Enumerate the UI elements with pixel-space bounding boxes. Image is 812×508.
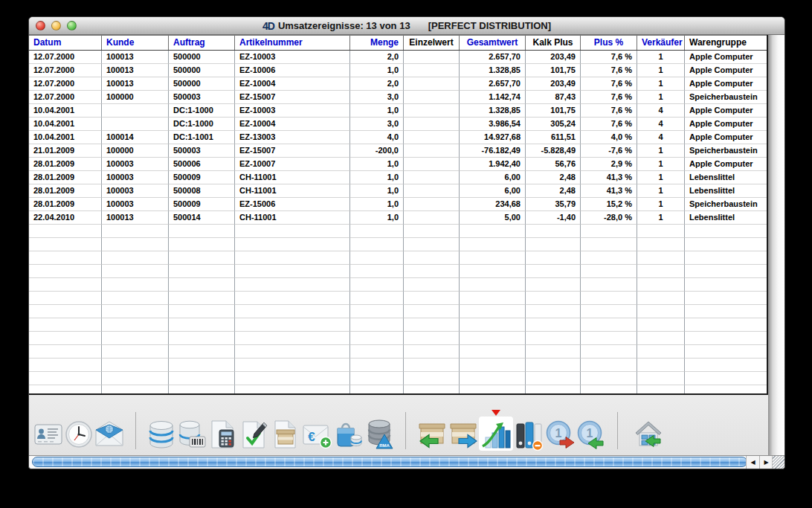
cell-datum: 28.01.2009 [29,158,102,171]
purchase-bag-database-button[interactable] [332,418,364,451]
column-header-menge[interactable]: Menge [350,36,404,50]
table-row[interactable]: 10.04.2001100014DC:1-1001EZ-130034,014.9… [29,131,767,144]
delivery-note-package-icon [270,418,301,451]
cell-verkäufer [637,359,685,372]
archive-binders-remove-icon [513,418,544,451]
goods-out-button[interactable] [448,418,479,451]
empty-row [29,332,767,345]
cell-auftrag: 500000 [169,64,235,77]
column-header-plus-[interactable]: Plus % [581,36,637,50]
window-title: 4D Umsatzereignisse: 13 von 13 [PERFECT … [29,17,784,34]
table-row[interactable]: 28.01.2009100003500006EZ-100071,01.942,4… [29,158,767,171]
address-card-button[interactable] [33,418,64,451]
cell-auftrag [169,385,235,393]
cell-artikelnummer [235,278,350,292]
table-row[interactable]: 21.01.2009100000500003EZ-15007-200,0-76.… [29,144,767,158]
cell-warengruppe: Lebenslittel [685,184,767,198]
cell-menge [350,372,404,385]
history-clock-button[interactable] [64,418,94,451]
column-header-kunde[interactable]: Kunde [102,36,169,50]
cell-plus-: 7,6 % [581,64,637,77]
column-header-verkäufer[interactable]: Verkäufer [637,36,685,50]
cell-warengruppe [685,238,767,251]
empty-row [29,265,767,278]
cell-artikelnummer [235,345,350,359]
table-row[interactable]: 12.07.2000100000500003EZ-150073,01.142,7… [29,91,767,104]
cell-verkäufer [637,225,685,238]
vertical-scrollbar-track[interactable] [768,35,784,455]
delivery-note-package-button[interactable] [270,418,301,451]
cell-plus-: -7,6 % [581,144,637,158]
window-resize-grip[interactable] [772,456,784,469]
home-back-button[interactable] [633,418,664,451]
cell-auftrag [169,305,235,318]
cell-warengruppe: Apple Computer [685,118,767,131]
archive-binders-button[interactable] [513,418,544,451]
returns-database-rma-button[interactable]: RMA [364,418,395,451]
svg-text:RMA: RMA [379,443,390,448]
cell-kunde: 100000 [102,144,169,158]
mail-globe-button[interactable] [94,418,125,451]
sales-events-chart-button[interactable] [479,417,513,451]
cell-verkäufer [637,345,685,359]
offer-euro-add-icon: € [301,418,332,451]
cell-plus-: 41,3 % [581,184,637,198]
scroll-left-arrow[interactable]: ◀ [746,456,759,469]
horizontal-scrollbar-thumb[interactable] [32,457,747,467]
column-header-gesamtwert[interactable]: Gesamtwert [460,36,526,50]
cell-kalk-plus [526,251,581,265]
cell-auftrag: 500008 [169,184,235,198]
horizontal-scrollbar[interactable]: ◀ ▶ [29,455,784,469]
currency-in-button[interactable]: 1 [576,418,607,451]
cell-einzelwert [404,211,460,225]
cell-einzelwert [404,305,460,318]
cell-kalk-plus: -1,40 [526,211,581,225]
cell-plus- [581,332,637,345]
goods-in-button[interactable] [416,418,448,451]
cell-einzelwert [404,144,460,158]
svg-text:€: € [308,430,315,444]
cell-artikelnummer: EZ-10004 [235,118,350,131]
table-row[interactable]: 28.01.2009100003500008CH-110011,06,002,4… [29,184,767,198]
order-check-button[interactable] [239,418,270,451]
cell-plus- [581,345,637,359]
column-header-einzelwert[interactable]: Einzelwert [404,36,460,50]
column-header-artikelnummer[interactable]: Artikelnummer [235,36,350,50]
cell-warengruppe [685,265,767,278]
table-row[interactable]: 22.04.2010100013500014CH-110011,05,00-1,… [29,211,767,225]
database-button[interactable] [146,418,176,451]
table-row[interactable]: 12.07.2000100013500000EZ-100032,02.657,7… [29,51,767,64]
offer-euro-add-button[interactable]: € [301,418,332,451]
table-row[interactable]: 12.07.2000100013500000EZ-100042,02.657,7… [29,77,767,91]
table-row[interactable]: 10.04.2001DC:1-1000EZ-100043,03.986,5430… [29,118,767,131]
cell-artikelnummer: EZ-10004 [235,77,350,91]
cell-datum [29,385,102,393]
scroll-right-arrow[interactable]: ▶ [759,456,773,469]
cell-gesamtwert [460,278,526,292]
column-header-warengruppe[interactable]: Warengruppe [685,36,768,50]
cell-menge: 1,0 [350,184,404,198]
column-header-datum[interactable]: Datum [29,36,102,50]
cell-kunde [102,225,169,238]
cell-artikelnummer: EZ-10007 [235,158,350,171]
toolbar: € [29,395,768,455]
column-header-auftrag[interactable]: Auftrag [169,36,235,50]
returns-database-rma-icon: RMA [364,418,395,451]
cell-warengruppe: Apple Computer [685,77,767,91]
database-barcode-button[interactable] [176,418,207,451]
table-row[interactable]: 10.04.2001DC:1-1000EZ-100031,01.328,8510… [29,104,767,118]
column-header-kalk-plus[interactable]: Kalk Plus [526,36,581,50]
cell-menge [350,359,404,372]
table-row[interactable]: 28.01.2009100003500009CH-110011,06,002,4… [29,171,767,184]
cell-menge: 1,0 [350,64,404,77]
environment-label: [PERFECT DISTRIBUTION] [428,20,551,31]
title-bar[interactable]: 4D Umsatzereignisse: 13 von 13 [PERFECT … [29,17,784,35]
table-row[interactable]: 28.01.2009100003500009EZ-150061,0234,683… [29,198,767,211]
table-row[interactable]: 12.07.2000100013500000EZ-100061,01.328,8… [29,64,767,77]
invoice-calculator-button[interactable] [207,418,239,451]
cell-einzelwert [404,184,460,198]
currency-out-button[interactable]: 1 [544,418,576,451]
cell-warengruppe [685,278,767,292]
cell-warengruppe: Apple Computer [685,104,767,118]
cell-plus-: 7,6 % [581,91,637,104]
